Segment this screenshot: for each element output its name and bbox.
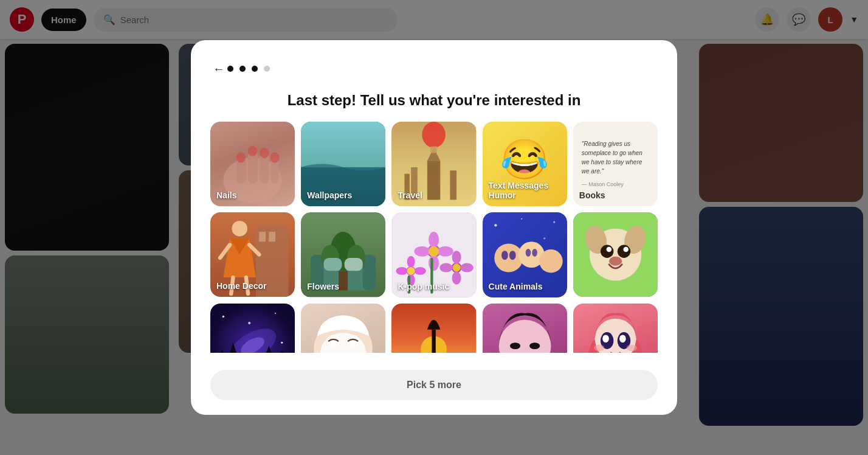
svg-point-44 (429, 246, 439, 257)
svg-point-49 (415, 267, 426, 275)
interest-card-sunset[interactable] (391, 304, 476, 353)
svg-point-66 (501, 251, 508, 260)
svg-point-56 (453, 264, 461, 272)
modal-title: Last step! Tell us what you're intereste… (210, 91, 658, 109)
interest-card-flowers[interactable]: K-pop music (391, 212, 476, 297)
interest-card-wallpapers[interactable]: Wallpapers (301, 122, 385, 206)
svg-point-60 (553, 221, 555, 223)
svg-point-41 (429, 255, 439, 271)
svg-point-5 (236, 152, 246, 162)
svg-point-69 (532, 249, 537, 257)
interest-label-travel: Travel (398, 190, 422, 200)
interest-label-home-decor: Flowers (307, 282, 339, 291)
svg-rect-22 (269, 232, 275, 241)
modal: ← Last step! Tell us what you're interes… (191, 40, 677, 415)
interest-label-wallpapers: Wallpapers (307, 190, 352, 200)
svg-point-76 (606, 247, 611, 252)
svg-point-23 (232, 221, 247, 237)
interest-label-womens-fashion: Home Decor (216, 281, 266, 291)
interest-card-books[interactable]: "Reading gives us someplace to go when w… (573, 122, 658, 206)
interest-card-cute-animals[interactable] (573, 212, 658, 297)
svg-point-63 (494, 244, 523, 273)
svg-point-17 (422, 122, 446, 148)
interest-card-home-decor[interactable]: Flowers (301, 212, 385, 297)
svg-rect-18 (431, 147, 438, 153)
svg-point-107 (594, 344, 604, 351)
svg-rect-36 (324, 258, 342, 271)
svg-point-42 (415, 246, 430, 257)
svg-point-46 (407, 256, 415, 268)
svg-point-100 (529, 342, 540, 349)
interest-label-flowers: K-pop music (398, 282, 449, 291)
svg-point-81 (275, 312, 276, 313)
svg-point-77 (623, 247, 629, 252)
progress-dot-1 (227, 66, 233, 72)
interest-label-kpop: Cute Animals (489, 282, 543, 291)
svg-point-75 (618, 245, 630, 258)
progress-dot-3 (252, 66, 258, 72)
svg-point-98 (498, 319, 551, 353)
svg-point-53 (452, 272, 461, 285)
interest-label-books: Books (579, 190, 605, 200)
interest-card-skincare[interactable] (301, 304, 385, 353)
interests-grid: Nails (210, 122, 658, 353)
svg-point-68 (525, 249, 531, 257)
svg-point-61 (521, 218, 522, 220)
interest-card-travel[interactable]: Travel (391, 122, 476, 206)
svg-point-65 (539, 249, 563, 273)
interest-card-kpop2[interactable] (483, 304, 567, 353)
svg-point-82 (248, 321, 250, 324)
progress-dot-4 (264, 66, 270, 72)
svg-point-55 (461, 263, 474, 273)
svg-point-59 (494, 224, 497, 227)
pick-button[interactable]: Pick 5 more (210, 370, 658, 400)
progress-dot-2 (239, 66, 246, 72)
books-quote-author: — Mason Cooley (582, 181, 649, 189)
interest-card-nails[interactable]: Nails (210, 122, 295, 206)
interest-card-womens-fashion[interactable]: Home Decor (210, 212, 295, 297)
interest-card-galaxy[interactable] (210, 304, 295, 353)
svg-point-105 (602, 335, 609, 342)
svg-rect-97 (432, 329, 436, 353)
svg-point-83 (281, 341, 283, 343)
svg-point-8 (270, 152, 280, 162)
progress-dots (227, 66, 270, 72)
back-button[interactable]: ← (210, 60, 227, 78)
svg-point-40 (429, 232, 439, 248)
svg-point-78 (609, 257, 622, 266)
svg-point-50 (407, 267, 415, 275)
svg-point-80 (222, 315, 224, 317)
svg-point-7 (260, 148, 269, 158)
svg-point-54 (440, 263, 453, 273)
svg-point-106 (619, 335, 626, 342)
svg-point-74 (601, 245, 613, 258)
svg-rect-32 (339, 271, 348, 291)
interest-card-anime[interactable] (573, 304, 658, 353)
interest-card-text-humor[interactable]: 😂 Text Messages Humor (483, 122, 567, 206)
svg-rect-37 (345, 258, 363, 271)
svg-point-62 (543, 238, 545, 240)
svg-rect-16 (450, 170, 457, 200)
books-quote: "Reading gives us someplace to go when w… (582, 139, 649, 176)
svg-point-6 (248, 146, 257, 156)
interest-label-text-humor: Text Messages Humor (489, 181, 567, 200)
interest-label-nails: Nails (216, 190, 236, 200)
svg-rect-21 (259, 232, 266, 241)
emoji-icon: 😂 (500, 137, 549, 182)
svg-point-67 (509, 251, 515, 260)
svg-point-108 (627, 344, 637, 351)
svg-rect-14 (427, 161, 440, 200)
interest-card-kpop[interactable]: Cute Animals (483, 212, 567, 297)
svg-point-52 (452, 251, 461, 263)
svg-point-48 (396, 267, 408, 275)
svg-point-99 (510, 342, 520, 349)
modal-nav: ← (210, 60, 658, 78)
svg-point-43 (438, 246, 453, 257)
modal-overlay: ← Last step! Tell us what you're interes… (0, 0, 868, 455)
